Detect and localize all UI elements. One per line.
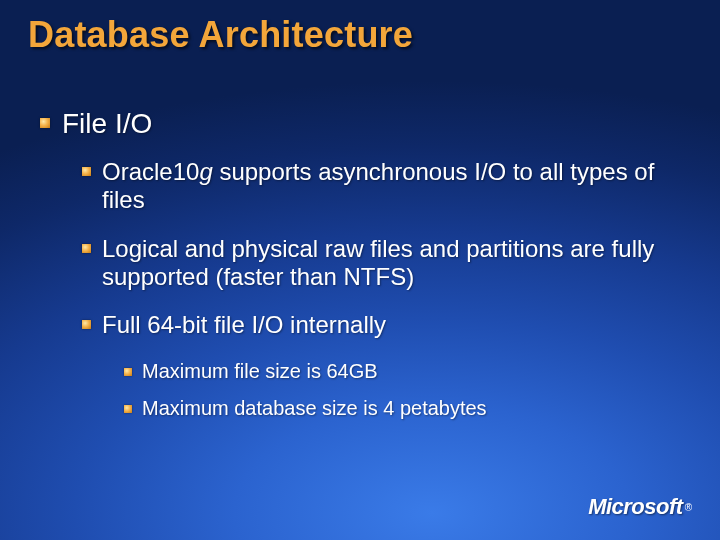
bullet-icon <box>82 244 91 253</box>
bullet-icon <box>124 405 132 413</box>
bullet-text: Full 64-bit file I/O internally <box>102 311 386 339</box>
bullet-text: Oracle10g supports asynchronous I/O to a… <box>102 158 680 215</box>
bullet-level1: File I/O <box>40 108 680 140</box>
bullet-text: File I/O <box>62 108 152 140</box>
slide: Database Architecture File I/O Oracle10g… <box>0 0 720 540</box>
slide-content: File I/O Oracle10g supports asynchronous… <box>40 108 680 434</box>
bullet-icon <box>124 368 132 376</box>
slide-title: Database Architecture <box>28 14 413 56</box>
bullet-level3: Maximum file size is 64GB <box>124 360 680 383</box>
bullet-text: Maximum database size is 4 petabytes <box>142 397 487 420</box>
bullet-text: Logical and physical raw files and parti… <box>102 235 680 292</box>
logo-text: Microsoft <box>588 494 683 520</box>
bullet-icon <box>82 320 91 329</box>
bullet-level3: Maximum database size is 4 petabytes <box>124 397 680 420</box>
registered-icon: ® <box>685 502 692 513</box>
bullet-level2: Full 64-bit file I/O internally <box>82 311 680 339</box>
microsoft-logo: Microsoft® <box>588 494 692 520</box>
bullet-level2: Oracle10g supports asynchronous I/O to a… <box>82 158 680 215</box>
text-segment: Oracle10 <box>102 158 199 185</box>
bullet-text: Maximum file size is 64GB <box>142 360 378 383</box>
bullet-icon <box>40 118 50 128</box>
italic-text: g <box>199 158 212 185</box>
bullet-level2: Logical and physical raw files and parti… <box>82 235 680 292</box>
bullet-icon <box>82 167 91 176</box>
